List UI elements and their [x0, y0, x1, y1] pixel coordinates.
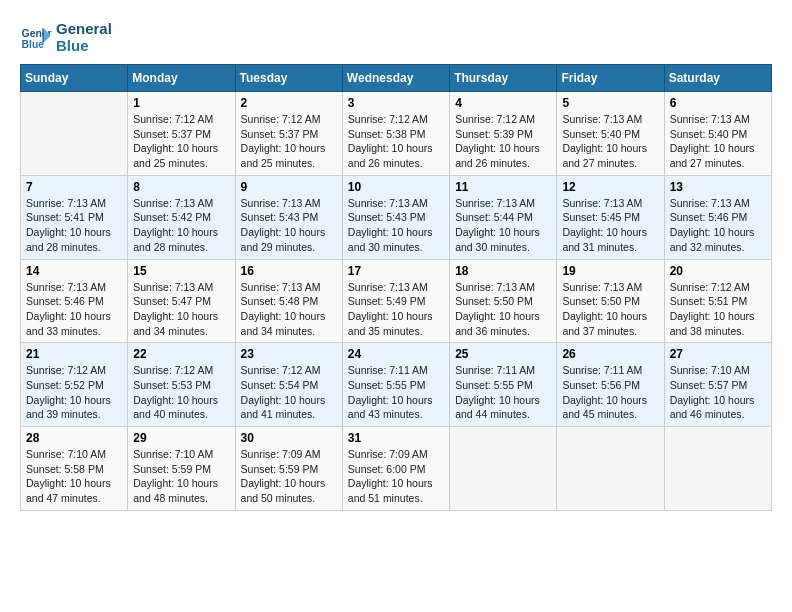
day-header-sunday: Sunday: [21, 65, 128, 92]
calendar-cell: 9Sunrise: 7:13 AMSunset: 5:43 PMDaylight…: [235, 175, 342, 259]
day-info: Sunrise: 7:13 AMSunset: 5:42 PMDaylight:…: [133, 196, 229, 255]
day-info: Sunrise: 7:11 AMSunset: 5:56 PMDaylight:…: [562, 363, 658, 422]
calendar-cell: 1Sunrise: 7:12 AMSunset: 5:37 PMDaylight…: [128, 92, 235, 176]
day-number: 1: [133, 96, 229, 110]
calendar-cell: 21Sunrise: 7:12 AMSunset: 5:52 PMDayligh…: [21, 343, 128, 427]
calendar-cell: 6Sunrise: 7:13 AMSunset: 5:40 PMDaylight…: [664, 92, 771, 176]
day-header-tuesday: Tuesday: [235, 65, 342, 92]
week-row-2: 7Sunrise: 7:13 AMSunset: 5:41 PMDaylight…: [21, 175, 772, 259]
day-number: 28: [26, 431, 122, 445]
day-number: 11: [455, 180, 551, 194]
day-number: 15: [133, 264, 229, 278]
calendar-cell: [21, 92, 128, 176]
day-number: 20: [670, 264, 766, 278]
day-info: Sunrise: 7:13 AMSunset: 5:43 PMDaylight:…: [348, 196, 444, 255]
day-info: Sunrise: 7:09 AMSunset: 5:59 PMDaylight:…: [241, 447, 337, 506]
calendar-cell: 30Sunrise: 7:09 AMSunset: 5:59 PMDayligh…: [235, 427, 342, 511]
day-header-monday: Monday: [128, 65, 235, 92]
day-header-friday: Friday: [557, 65, 664, 92]
calendar-cell: 24Sunrise: 7:11 AMSunset: 5:55 PMDayligh…: [342, 343, 449, 427]
day-number: 4: [455, 96, 551, 110]
day-header-thursday: Thursday: [450, 65, 557, 92]
day-info: Sunrise: 7:13 AMSunset: 5:46 PMDaylight:…: [670, 196, 766, 255]
day-header-saturday: Saturday: [664, 65, 771, 92]
day-info: Sunrise: 7:13 AMSunset: 5:43 PMDaylight:…: [241, 196, 337, 255]
day-number: 2: [241, 96, 337, 110]
logo-icon: General Blue: [20, 21, 52, 53]
calendar-cell: 20Sunrise: 7:12 AMSunset: 5:51 PMDayligh…: [664, 259, 771, 343]
day-info: Sunrise: 7:13 AMSunset: 5:49 PMDaylight:…: [348, 280, 444, 339]
day-info: Sunrise: 7:10 AMSunset: 5:58 PMDaylight:…: [26, 447, 122, 506]
day-number: 13: [670, 180, 766, 194]
logo-subtext: Blue: [56, 37, 112, 54]
day-info: Sunrise: 7:13 AMSunset: 5:45 PMDaylight:…: [562, 196, 658, 255]
header-row: SundayMondayTuesdayWednesdayThursdayFrid…: [21, 65, 772, 92]
calendar-cell: 4Sunrise: 7:12 AMSunset: 5:39 PMDaylight…: [450, 92, 557, 176]
calendar-cell: [664, 427, 771, 511]
day-number: 7: [26, 180, 122, 194]
day-number: 16: [241, 264, 337, 278]
day-number: 3: [348, 96, 444, 110]
week-row-5: 28Sunrise: 7:10 AMSunset: 5:58 PMDayligh…: [21, 427, 772, 511]
calendar-cell: 15Sunrise: 7:13 AMSunset: 5:47 PMDayligh…: [128, 259, 235, 343]
day-info: Sunrise: 7:10 AMSunset: 5:57 PMDaylight:…: [670, 363, 766, 422]
calendar-cell: 8Sunrise: 7:13 AMSunset: 5:42 PMDaylight…: [128, 175, 235, 259]
day-number: 24: [348, 347, 444, 361]
day-number: 10: [348, 180, 444, 194]
calendar-cell: 3Sunrise: 7:12 AMSunset: 5:38 PMDaylight…: [342, 92, 449, 176]
calendar-cell: 18Sunrise: 7:13 AMSunset: 5:50 PMDayligh…: [450, 259, 557, 343]
week-row-1: 1Sunrise: 7:12 AMSunset: 5:37 PMDaylight…: [21, 92, 772, 176]
day-number: 29: [133, 431, 229, 445]
calendar-cell: 17Sunrise: 7:13 AMSunset: 5:49 PMDayligh…: [342, 259, 449, 343]
day-number: 22: [133, 347, 229, 361]
day-number: 6: [670, 96, 766, 110]
calendar-cell: 25Sunrise: 7:11 AMSunset: 5:55 PMDayligh…: [450, 343, 557, 427]
calendar-cell: 28Sunrise: 7:10 AMSunset: 5:58 PMDayligh…: [21, 427, 128, 511]
calendar-cell: 10Sunrise: 7:13 AMSunset: 5:43 PMDayligh…: [342, 175, 449, 259]
calendar-cell: 19Sunrise: 7:13 AMSunset: 5:50 PMDayligh…: [557, 259, 664, 343]
calendar-cell: 22Sunrise: 7:12 AMSunset: 5:53 PMDayligh…: [128, 343, 235, 427]
day-info: Sunrise: 7:09 AMSunset: 6:00 PMDaylight:…: [348, 447, 444, 506]
day-number: 19: [562, 264, 658, 278]
day-number: 30: [241, 431, 337, 445]
day-number: 12: [562, 180, 658, 194]
calendar-table: SundayMondayTuesdayWednesdayThursdayFrid…: [20, 64, 772, 511]
calendar-cell: 5Sunrise: 7:13 AMSunset: 5:40 PMDaylight…: [557, 92, 664, 176]
calendar-cell: [557, 427, 664, 511]
week-row-3: 14Sunrise: 7:13 AMSunset: 5:46 PMDayligh…: [21, 259, 772, 343]
calendar-cell: [450, 427, 557, 511]
day-number: 26: [562, 347, 658, 361]
calendar-cell: 27Sunrise: 7:10 AMSunset: 5:57 PMDayligh…: [664, 343, 771, 427]
calendar-cell: 31Sunrise: 7:09 AMSunset: 6:00 PMDayligh…: [342, 427, 449, 511]
day-info: Sunrise: 7:11 AMSunset: 5:55 PMDaylight:…: [348, 363, 444, 422]
header: General Blue General Blue: [20, 20, 772, 54]
day-info: Sunrise: 7:13 AMSunset: 5:44 PMDaylight:…: [455, 196, 551, 255]
day-info: Sunrise: 7:13 AMSunset: 5:48 PMDaylight:…: [241, 280, 337, 339]
day-info: Sunrise: 7:13 AMSunset: 5:40 PMDaylight:…: [670, 112, 766, 171]
logo: General Blue General Blue: [20, 20, 112, 54]
day-info: Sunrise: 7:12 AMSunset: 5:37 PMDaylight:…: [133, 112, 229, 171]
day-number: 21: [26, 347, 122, 361]
day-info: Sunrise: 7:13 AMSunset: 5:46 PMDaylight:…: [26, 280, 122, 339]
svg-text:Blue: Blue: [22, 39, 45, 50]
calendar-cell: 23Sunrise: 7:12 AMSunset: 5:54 PMDayligh…: [235, 343, 342, 427]
day-info: Sunrise: 7:10 AMSunset: 5:59 PMDaylight:…: [133, 447, 229, 506]
calendar-cell: 26Sunrise: 7:11 AMSunset: 5:56 PMDayligh…: [557, 343, 664, 427]
day-number: 8: [133, 180, 229, 194]
day-info: Sunrise: 7:12 AMSunset: 5:38 PMDaylight:…: [348, 112, 444, 171]
day-info: Sunrise: 7:11 AMSunset: 5:55 PMDaylight:…: [455, 363, 551, 422]
day-number: 5: [562, 96, 658, 110]
calendar-cell: 7Sunrise: 7:13 AMSunset: 5:41 PMDaylight…: [21, 175, 128, 259]
day-info: Sunrise: 7:12 AMSunset: 5:39 PMDaylight:…: [455, 112, 551, 171]
calendar-cell: 12Sunrise: 7:13 AMSunset: 5:45 PMDayligh…: [557, 175, 664, 259]
day-number: 25: [455, 347, 551, 361]
day-header-wednesday: Wednesday: [342, 65, 449, 92]
day-info: Sunrise: 7:13 AMSunset: 5:47 PMDaylight:…: [133, 280, 229, 339]
logo-text: General: [56, 20, 112, 37]
day-number: 23: [241, 347, 337, 361]
day-info: Sunrise: 7:13 AMSunset: 5:50 PMDaylight:…: [562, 280, 658, 339]
calendar-cell: 11Sunrise: 7:13 AMSunset: 5:44 PMDayligh…: [450, 175, 557, 259]
day-info: Sunrise: 7:12 AMSunset: 5:37 PMDaylight:…: [241, 112, 337, 171]
day-info: Sunrise: 7:12 AMSunset: 5:53 PMDaylight:…: [133, 363, 229, 422]
day-number: 27: [670, 347, 766, 361]
